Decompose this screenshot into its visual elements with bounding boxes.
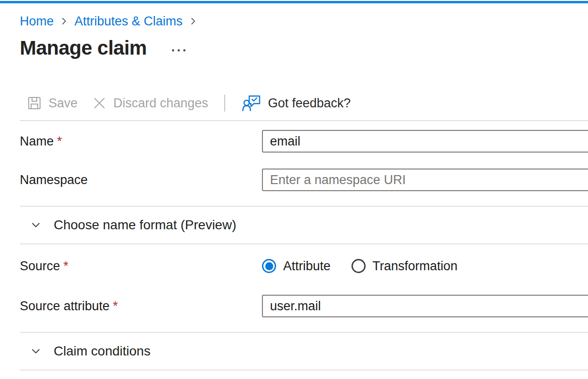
page-content: Home Attributes & Claims Manage claim ··… [0, 14, 588, 371]
required-asterisk: * [113, 299, 118, 313]
choose-name-format-section-title: Choose name format (Preview) [54, 218, 236, 233]
page-title: Manage claim [20, 36, 147, 60]
source-attribute-label-text: Source attribute [20, 299, 110, 313]
command-toolbar: Save Discard changes Got fee [20, 90, 588, 116]
source-attribute-field-label: Source attribute* [20, 299, 262, 314]
top-accent-bar [0, 1, 588, 3]
claim-conditions-section-toggle[interactable]: Claim conditions [20, 333, 588, 370]
feedback-person-bubble-icon [242, 95, 261, 112]
close-x-icon [92, 96, 106, 110]
title-row: Manage claim ··· [20, 36, 588, 60]
breadcrumb-link-attributes-claims[interactable]: Attributes & Claims [74, 14, 183, 29]
name-field-label: Name* [20, 134, 262, 149]
name-label-text: Name [20, 134, 54, 148]
source-attribute-input[interactable] [262, 295, 588, 317]
required-asterisk: * [57, 134, 62, 148]
source-label-text: Source [20, 259, 60, 273]
chevron-down-icon [29, 218, 42, 232]
save-button-label: Save [49, 96, 78, 111]
source-field-row: Source* Attribute Transformation [20, 256, 588, 276]
radio-transformation-label: Transformation [373, 259, 458, 274]
radio-unselected-icon [351, 259, 366, 273]
name-field-row: Name* [20, 130, 588, 153]
namespace-field-label: Namespace [20, 173, 262, 187]
divider [20, 120, 588, 121]
source-field-label: Source* [20, 259, 262, 274]
chevron-down-icon [29, 345, 42, 358]
source-attribute-field-row: Source attribute* [20, 295, 588, 317]
breadcrumb: Home Attributes & Claims [20, 14, 588, 29]
got-feedback-button[interactable]: Got feedback? [242, 95, 351, 112]
radio-option-transformation[interactable]: Transformation [351, 259, 458, 274]
chevron-right-icon [188, 16, 198, 26]
required-asterisk: * [64, 259, 69, 273]
got-feedback-label: Got feedback? [268, 96, 351, 111]
source-radio-group: Attribute Transformation [262, 259, 457, 274]
breadcrumb-link-home[interactable]: Home [20, 14, 54, 29]
radio-attribute-label: Attribute [283, 259, 331, 274]
radio-selected-icon [262, 259, 276, 273]
name-input[interactable] [262, 130, 588, 153]
more-options-ellipsis-icon[interactable]: ··· [171, 46, 188, 55]
divider [20, 243, 588, 244]
chevron-right-icon [59, 16, 69, 26]
namespace-input[interactable] [262, 169, 588, 191]
claim-conditions-section-title: Claim conditions [54, 344, 150, 359]
namespace-field-row: Namespace [20, 169, 588, 191]
divider [20, 370, 588, 371]
radio-option-attribute[interactable]: Attribute [262, 259, 331, 274]
discard-changes-label: Discard changes [114, 96, 208, 111]
save-floppy-icon [27, 96, 41, 110]
discard-changes-button[interactable]: Discard changes [92, 96, 208, 111]
choose-name-format-section-toggle[interactable]: Choose name format (Preview) [20, 207, 588, 243]
save-button[interactable]: Save [27, 96, 78, 111]
namespace-label-text: Namespace [20, 173, 88, 187]
toolbar-divider [224, 95, 225, 112]
